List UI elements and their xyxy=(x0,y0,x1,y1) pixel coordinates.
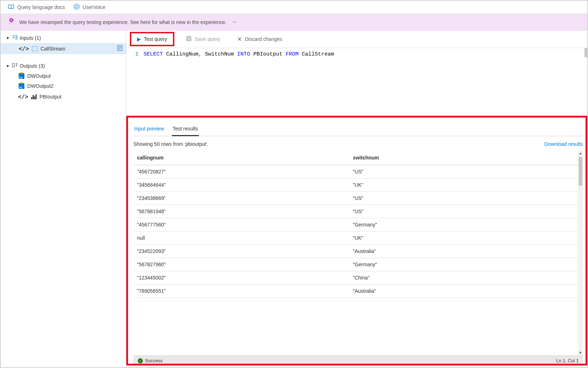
cell-callingnum: "567827960" xyxy=(133,258,349,271)
table-row[interactable]: "345684644""UK" xyxy=(133,178,583,192)
save-icon xyxy=(186,35,192,43)
inputs-icon xyxy=(12,35,18,41)
query-language-docs-link[interactable]: Query language docs xyxy=(8,4,65,11)
results-table-container: callingnum switchnum "456720827""US""345… xyxy=(133,150,583,355)
results-panel: Input preview Test results Showing 50 ro… xyxy=(126,118,587,365)
cell-callingnum: "456777560" xyxy=(133,218,349,231)
sql-db-icon xyxy=(19,83,24,89)
scroll-up-icon[interactable]: ▲ xyxy=(578,151,583,155)
download-results-link[interactable]: Download results xyxy=(545,141,583,147)
svg-point-2 xyxy=(77,6,78,6)
test-query-button[interactable]: ▶ Test query xyxy=(131,33,173,45)
cell-switchnum: "Germany" xyxy=(349,258,583,271)
table-row[interactable]: "456777560""Germany" xyxy=(133,218,583,231)
rocket-icon xyxy=(7,17,16,27)
stream-icon xyxy=(32,46,38,51)
cell-callingnum: "567881948" xyxy=(133,205,349,218)
output-dwoutput[interactable]: DWOutput xyxy=(1,71,126,81)
table-row[interactable]: "789056551""Australia" xyxy=(133,285,583,298)
col-callingnum[interactable]: callingnum xyxy=(133,150,349,165)
svg-point-0 xyxy=(74,4,79,9)
content-area: ▶ Test query Save query ✕ Discard change… xyxy=(126,30,587,365)
table-row[interactable]: "234522093""Australia" xyxy=(133,245,583,258)
cell-callingnum: "345684644" xyxy=(133,178,349,192)
play-icon: ▶ xyxy=(137,36,141,42)
output-label: PBIoutput xyxy=(39,94,62,100)
cell-switchnum: "China" xyxy=(349,271,583,285)
caret-down-icon[interactable]: ▼ xyxy=(6,64,10,68)
cell-switchnum: "US" xyxy=(349,165,583,178)
docs-link-label: Query language docs xyxy=(17,4,65,10)
outputs-header[interactable]: ▼ Outputs (3) xyxy=(1,61,126,71)
close-icon: ✕ xyxy=(237,36,242,43)
editor-scrollbar[interactable] xyxy=(584,48,587,57)
table-row[interactable]: "234538669""US" xyxy=(133,192,583,205)
col-switchnum[interactable]: switchnum xyxy=(349,150,583,165)
smiley-icon xyxy=(74,4,80,11)
output-dwoutput2[interactable]: DWOutput2 xyxy=(1,81,126,91)
inputs-label: Inputs (1) xyxy=(20,35,41,41)
preview-indicator-icon xyxy=(117,45,122,52)
table-row[interactable]: "567881948""US" xyxy=(133,205,583,218)
results-scrollbar[interactable]: ▲ ▼ xyxy=(578,150,583,355)
cell-callingnum: "234538669" xyxy=(133,192,349,205)
success-icon: ✓ xyxy=(138,358,143,363)
uservoice-link-label: UserVoice xyxy=(83,4,105,10)
outputs-label: Outputs (3) xyxy=(20,63,45,69)
table-row[interactable]: null"UK" xyxy=(133,231,583,245)
outputs-icon xyxy=(12,63,18,69)
output-pbioutput[interactable]: </> PBIoutput xyxy=(1,91,126,102)
code-icon: </> xyxy=(19,45,29,52)
cell-callingnum: "789056551" xyxy=(133,285,349,298)
uservoice-link[interactable]: UserVoice xyxy=(74,4,105,11)
discard-label: Discard changes xyxy=(245,36,282,42)
query-editor[interactable]: 1 SELECT CallingNum, SwitchNum INTO PBIo… xyxy=(126,48,587,118)
line-number: 1 xyxy=(135,51,138,57)
results-meta: Showing 50 rows from 'pbioutput'. Downlo… xyxy=(133,141,583,147)
highlight-annotation: ▶ Test query xyxy=(130,32,174,46)
tab-test-results[interactable]: Test results xyxy=(172,124,199,136)
output-label: DWOutput2 xyxy=(27,83,53,89)
cell-callingnum: "456720827" xyxy=(133,165,349,178)
svg-point-1 xyxy=(75,6,76,6)
discard-changes-button[interactable]: ✕ Discard changes xyxy=(231,33,288,46)
inputs-header[interactable]: ▼ Inputs (1) xyxy=(1,33,126,43)
arrow-right-icon[interactable]: → xyxy=(231,18,237,26)
cell-callingnum: "234522093" xyxy=(133,245,349,258)
main-container: ▼ Inputs (1) </> CallStream ▼ Outputs (3… xyxy=(1,30,587,365)
save-query-button[interactable]: Save query xyxy=(180,33,226,46)
table-row[interactable]: "123445002""China" xyxy=(133,271,583,285)
cell-switchnum: "Germany" xyxy=(349,218,583,231)
input-callstream[interactable]: </> CallStream xyxy=(1,43,126,54)
cell-callingnum: null xyxy=(133,231,349,245)
code-icon: </> xyxy=(18,93,28,100)
tab-input-preview[interactable]: Input preview xyxy=(133,124,165,136)
scroll-down-icon[interactable]: ▼ xyxy=(578,351,583,355)
results-summary: Showing 50 rows from 'pbioutput'. xyxy=(133,141,208,147)
cursor-position: Ln 1, Col 1 xyxy=(556,358,579,363)
table-header-row: callingnum switchnum xyxy=(133,150,583,165)
editor-gutter: 1 xyxy=(126,48,144,118)
status-text: Success xyxy=(145,358,163,363)
cell-switchnum: "UK" xyxy=(349,231,583,245)
save-query-label: Save query xyxy=(195,36,220,42)
test-query-label: Test query xyxy=(144,36,167,42)
cell-switchnum: "US" xyxy=(349,192,583,205)
bar-chart-icon xyxy=(31,94,37,99)
announcement-banner: We have revamped the query testing exper… xyxy=(1,14,587,30)
sidebar: ▼ Inputs (1) </> CallStream ▼ Outputs (3… xyxy=(1,30,126,365)
table-row[interactable]: "567827960""Germany" xyxy=(133,258,583,271)
cell-switchnum: "UK" xyxy=(349,178,583,192)
results-table: callingnum switchnum "456720827""US""345… xyxy=(133,150,583,298)
sql-db-icon xyxy=(19,73,24,79)
banner-text: We have revamped the query testing exper… xyxy=(19,19,226,25)
results-tabs: Input preview Test results xyxy=(133,124,583,136)
caret-down-icon[interactable]: ▼ xyxy=(6,36,10,40)
editor-code[interactable]: SELECT CallingNum, SwitchNum INTO PBIout… xyxy=(144,48,334,118)
table-row[interactable]: "456720827""US" xyxy=(133,165,583,178)
input-label: CallStream xyxy=(41,46,65,52)
scroll-thumb[interactable] xyxy=(579,157,582,186)
output-label: DWOutput xyxy=(27,73,51,79)
top-links-bar: Query language docs UserVoice xyxy=(1,1,587,14)
status-bar: ✓ Success Ln 1, Col 1 xyxy=(133,355,583,365)
